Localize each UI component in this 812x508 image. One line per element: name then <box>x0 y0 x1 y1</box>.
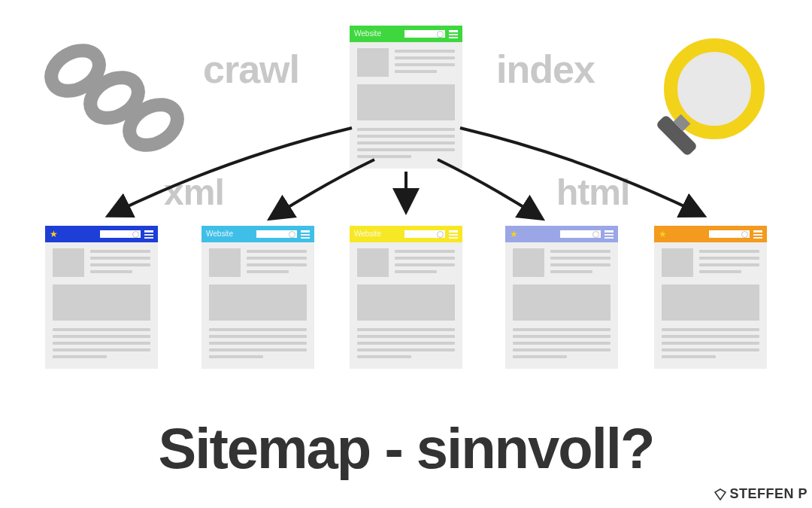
label-html: html <box>556 172 629 213</box>
hamburger-menu-icon <box>301 230 310 238</box>
text-line <box>90 270 132 273</box>
search-icon <box>256 230 297 238</box>
text-line <box>357 135 455 138</box>
text-line <box>550 270 592 273</box>
text-line <box>699 263 759 266</box>
text-line <box>550 263 611 266</box>
text-line <box>209 335 307 338</box>
text-line <box>53 355 107 358</box>
text-line <box>395 263 455 266</box>
text-line <box>513 348 611 351</box>
label-crawl: crawl <box>203 47 299 92</box>
text-line <box>513 355 567 358</box>
brand-watermark: STEFFEN P <box>714 486 807 502</box>
text-line <box>395 270 437 273</box>
text-line <box>209 328 307 331</box>
text-line <box>395 63 455 66</box>
chain-link-icon <box>30 36 195 160</box>
child-page-card: ★ <box>654 226 767 369</box>
hero-block <box>357 84 455 120</box>
text-line <box>550 250 611 253</box>
card-toolbar: Website <box>350 226 462 242</box>
child-page-card: ★ <box>45 226 158 369</box>
text-line <box>53 342 150 345</box>
text-line <box>513 328 611 331</box>
parent-page-card: Website <box>350 26 462 169</box>
label-index: index <box>496 47 595 92</box>
search-icon <box>100 230 141 238</box>
diagram-title: Sitemap - sinnvoll? <box>0 415 812 481</box>
text-line <box>247 263 307 266</box>
thumbnail-block <box>209 248 241 277</box>
card-toolbar: ★ <box>505 226 618 242</box>
text-line <box>662 328 759 331</box>
text-line <box>247 250 307 253</box>
search-icon <box>404 30 445 38</box>
child-page-card: ★ <box>505 226 618 369</box>
brand-logo-icon <box>714 488 726 500</box>
card-site-label: Website <box>206 230 233 238</box>
text-line <box>209 355 263 358</box>
thumbnail-block <box>357 48 389 77</box>
text-line <box>395 257 455 260</box>
text-line <box>357 328 455 331</box>
hero-block <box>357 284 455 321</box>
hero-block <box>662 284 759 321</box>
text-line <box>90 263 150 266</box>
text-line <box>357 155 411 158</box>
text-line <box>395 56 455 59</box>
card-body <box>350 242 462 369</box>
text-line <box>395 250 455 253</box>
hamburger-menu-icon <box>449 230 458 238</box>
card-site-label: Website <box>354 230 381 238</box>
card-toolbar: Website <box>350 26 462 42</box>
text-line <box>357 342 455 345</box>
text-line <box>357 141 455 144</box>
text-line <box>662 342 759 345</box>
hamburger-menu-icon <box>753 230 762 238</box>
text-line <box>513 335 611 338</box>
text-line <box>90 257 150 260</box>
card-body <box>350 42 462 169</box>
search-icon <box>709 230 750 238</box>
star-icon: ★ <box>510 230 518 239</box>
text-line <box>550 257 611 260</box>
text-line <box>662 348 759 351</box>
magnifier-icon <box>632 30 782 184</box>
hamburger-menu-icon <box>449 30 458 38</box>
child-page-card: Website <box>201 226 314 369</box>
thumbnail-block <box>53 248 84 277</box>
hero-block <box>53 284 150 321</box>
text-line <box>662 335 759 338</box>
card-site-label: Website <box>354 30 381 38</box>
text-line <box>209 348 307 351</box>
card-toolbar: ★ <box>45 226 158 242</box>
text-line <box>395 70 437 73</box>
hero-block <box>513 284 611 321</box>
text-line <box>513 342 611 345</box>
text-line <box>395 50 455 53</box>
text-line <box>247 257 307 260</box>
star-icon: ★ <box>50 230 58 239</box>
text-line <box>357 335 455 338</box>
card-toolbar: Website <box>201 226 314 242</box>
text-line <box>357 348 455 351</box>
thumbnail-block <box>662 248 693 277</box>
text-line <box>699 270 741 273</box>
text-line <box>662 355 716 358</box>
text-line <box>357 148 455 151</box>
child-page-card: Website <box>350 226 462 369</box>
hamburger-menu-icon <box>144 230 153 238</box>
label-xml: xml <box>164 172 224 213</box>
brand-text: STEFFEN P <box>729 486 807 502</box>
card-toolbar: ★ <box>654 226 767 242</box>
text-line <box>699 250 759 253</box>
text-line <box>53 335 150 338</box>
star-icon: ★ <box>659 230 667 239</box>
thumbnail-block <box>513 248 544 277</box>
text-line <box>53 348 150 351</box>
text-line <box>699 257 759 260</box>
text-line <box>357 355 411 358</box>
card-body <box>654 242 767 369</box>
card-body <box>505 242 618 369</box>
